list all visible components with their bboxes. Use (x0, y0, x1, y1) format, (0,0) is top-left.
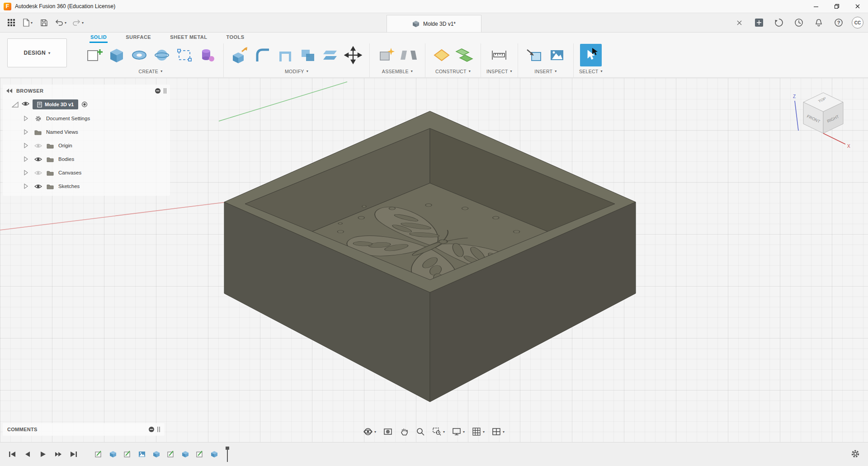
midplane-icon[interactable] (453, 44, 475, 66)
insert-canvas-icon[interactable] (546, 44, 568, 66)
go-to-start-button[interactable] (6, 448, 18, 460)
expand-arrow-icon[interactable] (22, 116, 30, 121)
timeline-canvas-icon[interactable] (137, 449, 147, 460)
step-back-button[interactable] (22, 448, 33, 460)
timeline-sketch-icon[interactable] (93, 449, 104, 460)
timeline-extrude-icon[interactable] (209, 449, 220, 460)
expand-arrow-icon[interactable] (22, 184, 30, 189)
go-to-end-button[interactable] (68, 448, 80, 460)
file-menu-button[interactable]: ▾ (21, 16, 34, 29)
step-forward-button[interactable] (52, 448, 64, 460)
browser-item-bodies[interactable]: Bodies (3, 152, 170, 166)
document-tab[interactable]: Molde 3D v1* (387, 15, 481, 32)
panel-toggle-icon[interactable] (155, 88, 161, 94)
primitive-icon[interactable] (196, 44, 218, 66)
help-icon[interactable]: ? (832, 16, 845, 29)
group-create-label[interactable]: CREATE▾ (139, 69, 163, 74)
expand-arrow-icon[interactable] (22, 129, 30, 135)
viewports-icon[interactable]: ▾ (491, 426, 506, 438)
timeline-extrude-icon[interactable] (180, 449, 191, 460)
redo-button[interactable]: ▾ (71, 16, 85, 29)
group-inspect-label[interactable]: INSPECT▾ (486, 69, 512, 74)
look-at-icon[interactable] (382, 426, 394, 438)
expand-arrow-icon[interactable] (22, 170, 30, 175)
workspace-selector[interactable]: DESIGN ▾ (7, 38, 67, 67)
display-settings-icon[interactable]: ▾ (451, 426, 466, 438)
save-button[interactable] (37, 16, 51, 29)
browser-item-named-views[interactable]: Named Views (3, 125, 170, 139)
zoom-icon[interactable] (415, 426, 426, 438)
visibility-eye-icon[interactable] (34, 184, 42, 189)
play-button[interactable] (37, 448, 49, 460)
group-construct-label[interactable]: CONSTRUCT▾ (435, 69, 471, 74)
viewport-3d[interactable]: BROWSER Molde 3D v1 (0, 78, 868, 442)
zoom-window-icon[interactable]: ▾ (431, 426, 446, 438)
visibility-eye-icon[interactable] (34, 170, 42, 175)
timeline-extrude-icon[interactable] (151, 449, 162, 460)
group-select-label[interactable]: SELECT▾ (579, 69, 603, 74)
close-tab-button[interactable] (732, 16, 746, 29)
create-sketch-icon[interactable] (83, 44, 105, 66)
viewcube[interactable]: TOP FRONT RIGHT Z X (789, 85, 857, 155)
root-document-item[interactable]: Molde 3D v1 (33, 99, 78, 109)
insert-mesh-icon[interactable] (524, 44, 545, 66)
browser-item-canvases[interactable]: Canvases (3, 166, 170, 179)
grid-settings-icon[interactable]: ▾ (471, 426, 486, 438)
group-insert-label[interactable]: INSERT▾ (534, 69, 557, 74)
new-tab-button[interactable] (752, 16, 766, 29)
collapse-panel-icon[interactable] (6, 89, 13, 93)
rectangle-pattern-icon[interactable] (174, 44, 195, 66)
tab-tools[interactable]: TOOLS (225, 33, 245, 43)
combine-icon[interactable] (297, 44, 319, 66)
panel-toggle-icon[interactable] (148, 426, 155, 433)
job-status-icon[interactable] (772, 16, 786, 29)
split-icon[interactable] (320, 44, 341, 66)
timeline-extrude-icon[interactable] (108, 449, 118, 460)
browser-item-document-settings[interactable]: Document Settings (3, 112, 170, 125)
expand-arrow-icon[interactable] (22, 156, 30, 162)
timeline-sketch-icon[interactable] (122, 449, 133, 460)
timeline-sketch-icon[interactable] (165, 449, 176, 460)
activate-radio-icon[interactable] (81, 101, 88, 108)
joint-icon[interactable] (398, 44, 420, 66)
notifications-bell-icon[interactable] (812, 16, 826, 29)
tab-solid[interactable]: SOLID (90, 33, 108, 43)
group-assemble-label[interactable]: ASSEMBLE▾ (382, 69, 413, 74)
group-modify-label[interactable]: MODIFY▾ (285, 69, 308, 74)
close-window-button[interactable] (847, 0, 868, 13)
pan-hand-icon[interactable] (398, 426, 410, 438)
account-avatar[interactable]: CC (852, 17, 863, 28)
visibility-eye-icon[interactable] (34, 157, 42, 162)
fillet-icon[interactable] (252, 44, 274, 66)
browser-item-sketches[interactable]: Sketches (3, 179, 170, 193)
app-grid-icon[interactable] (5, 16, 18, 29)
expand-arrow-icon[interactable] (22, 143, 30, 148)
browser-root-row[interactable]: Molde 3D v1 (3, 97, 170, 112)
tab-sheet-metal[interactable]: SHEET METAL (169, 33, 208, 43)
move-icon[interactable] (342, 44, 364, 66)
visibility-eye-icon[interactable] (22, 101, 29, 108)
restore-button[interactable] (826, 0, 847, 13)
comments-panel[interactable]: COMMENTS (3, 423, 165, 436)
timeline-settings-gear-icon[interactable] (851, 449, 860, 460)
measure-icon[interactable] (488, 44, 510, 66)
panel-resize-grip[interactable] (157, 427, 160, 432)
extrude-icon[interactable] (106, 44, 127, 66)
sphere-icon[interactable] (151, 44, 173, 66)
minimize-button[interactable] (806, 0, 826, 13)
recent-clock-icon[interactable] (792, 16, 806, 29)
timeline-sketch-icon[interactable] (194, 449, 205, 460)
construction-plane-icon[interactable] (431, 44, 453, 66)
undo-button[interactable]: ▾ (53, 16, 68, 29)
browser-item-origin[interactable]: Origin (3, 139, 170, 152)
shell-icon[interactable] (274, 44, 296, 66)
orbit-icon[interactable]: ▾ (362, 426, 377, 438)
revolve-icon[interactable] (128, 44, 150, 66)
panel-resize-grip[interactable] (164, 88, 166, 94)
select-tool-icon[interactable] (580, 44, 602, 66)
press-pull-icon[interactable] (229, 44, 251, 66)
mold-box[interactable] (224, 111, 636, 402)
tab-surface[interactable]: SURFACE (125, 33, 152, 43)
new-component-icon[interactable] (375, 44, 397, 66)
timeline-playhead[interactable] (224, 447, 231, 462)
